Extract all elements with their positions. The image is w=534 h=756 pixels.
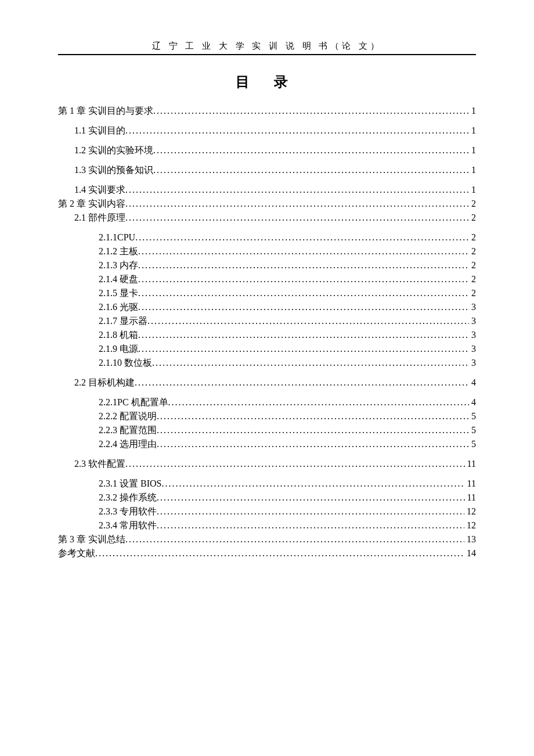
toc-entry-page: 3 (469, 300, 476, 314)
toc-entry-page: 5 (469, 437, 476, 451)
toc-entry-label: 2.1.2 主板 (99, 244, 138, 258)
toc-entry-page: 5 (469, 423, 476, 437)
toc-leader (125, 211, 469, 225)
toc-leader (153, 163, 469, 177)
toc-entry-page: 2 (469, 197, 476, 211)
toc-entry: 1.3 实训的预备知识1 (58, 163, 476, 177)
toc-entry-label: 2.1.10 数位板 (99, 356, 152, 370)
toc-entry: 1.4 实训要求1 (58, 183, 476, 197)
toc-leader (152, 356, 469, 370)
toc-entry-page: 4 (469, 395, 476, 409)
toc-entry-label: 2.2.4 选用理由 (99, 437, 157, 451)
page: 辽 宁 工 业 大 学 实 训 说 明 书（论 文） 目 录 第 1 章 实训目… (0, 0, 534, 560)
toc-entry-page: 2 (469, 211, 476, 225)
toc-leader (157, 505, 464, 519)
toc-entry-label: 2.1.1CPU (99, 231, 135, 244)
toc-entry-label: 1.4 实训要求 (74, 183, 125, 197)
toc-entry-page: 12 (464, 519, 476, 532)
toc-leader (157, 409, 469, 423)
toc-entry-page: 11 (465, 491, 476, 505)
toc-leader (135, 376, 469, 390)
toc-entry: 2.1.8 机箱3 (58, 328, 476, 342)
toc-entry: 2.1.5 显卡2 (58, 286, 476, 300)
toc-entry-page: 5 (469, 409, 476, 423)
toc-entry-label: 1.1 实训目的 (74, 124, 125, 138)
toc-entry-page: 12 (464, 505, 476, 519)
toc-entry: 2.3.4 常用软件12 (58, 519, 476, 532)
toc-entry-label: 2.1.5 显卡 (99, 286, 138, 300)
toc-entry: 2.2.4 选用理由5 (58, 437, 476, 451)
toc-entry-label: 2.1.4 硬盘 (99, 272, 138, 286)
toc-entry-page: 3 (469, 328, 476, 342)
toc-leader (125, 183, 469, 197)
toc-entry-label: 2.2.2 配置说明 (99, 409, 157, 423)
toc-entry-label: 2.1 部件原理 (74, 211, 125, 225)
toc-entry-page: 1 (469, 143, 476, 157)
toc-entry: 2.3.3 专用软件12 (58, 505, 476, 519)
toc-entry-page: 11 (465, 477, 476, 491)
toc-entry-page: 14 (464, 546, 476, 560)
toc-entry-page: 1 (469, 183, 476, 197)
toc-entry: 2.2.1PC 机配置单4 (58, 395, 476, 409)
running-header: 辽 宁 工 业 大 学 实 训 说 明 书（论 文） (58, 41, 476, 52)
toc-entry-label: 参考文献 (58, 546, 95, 560)
toc-entry-page: 13 (464, 532, 476, 546)
toc-entry-page: 2 (469, 258, 476, 272)
toc-leader (138, 244, 469, 258)
toc-entry-label: 2.1.8 机箱 (99, 328, 138, 342)
toc-leader (138, 286, 469, 300)
toc-entry: 2.1.2 主板2 (58, 244, 476, 258)
toc-entry-page: 1 (469, 163, 476, 177)
toc-entry-page: 2 (469, 231, 476, 244)
toc-leader (153, 104, 469, 118)
toc-leader (138, 300, 469, 314)
toc-leader (138, 328, 469, 342)
toc-entry-label: 第 2 章 实训内容 (58, 197, 125, 211)
toc-entry: 2.1.10 数位板3 (58, 356, 476, 370)
toc-entry: 2.1.6 光驱3 (58, 300, 476, 314)
toc-leader (125, 124, 469, 138)
toc-leader (138, 272, 469, 286)
toc-entry: 1.2 实训的实验环境1 (58, 143, 476, 157)
toc-entry-page: 11 (465, 457, 476, 471)
toc-entry-label: 2.3.4 常用软件 (99, 519, 157, 532)
toc-leader (125, 197, 469, 211)
toc-entry-label: 2.3 软件配置 (74, 457, 125, 471)
toc-entry-label: 第 1 章 实训目的与要求 (58, 104, 153, 118)
toc-entry-label: 2.3.1 设置 BIOS (99, 477, 161, 491)
toc-entry-page: 2 (469, 286, 476, 300)
toc-entry: 2.1.4 硬盘2 (58, 272, 476, 286)
toc-entry-page: 4 (469, 376, 476, 390)
toc-entry: 2.1.9 电源3 (58, 342, 476, 356)
toc-entry: 2.3.2 操作系统11 (58, 491, 476, 505)
toc-leader (157, 437, 469, 451)
toc-leader (125, 532, 464, 546)
toc-leader (147, 314, 469, 328)
toc-entry-label: 1.2 实训的实验环境 (74, 143, 153, 157)
toc-entry-page: 1 (469, 124, 476, 138)
toc-entry-label: 第 3 章 实训总结 (58, 532, 125, 546)
toc-entry-label: 2.3.2 操作系统 (99, 491, 157, 505)
toc-leader (157, 519, 464, 532)
toc-entry-page: 2 (469, 244, 476, 258)
toc-leader (153, 143, 469, 157)
toc-leader (157, 491, 465, 505)
toc-entry: 2.1.3 内存2 (58, 258, 476, 272)
toc-entry-page: 1 (469, 104, 476, 118)
toc-entry: 1.1 实训目的1 (58, 124, 476, 138)
toc-entry: 2.3.1 设置 BIOS11 (58, 477, 476, 491)
toc-leader (138, 258, 469, 272)
header-rule (58, 54, 476, 55)
toc-entry: 参考文献14 (58, 546, 476, 560)
toc-entry-label: 2.2 目标机构建 (74, 376, 135, 390)
toc-entry-label: 2.3.3 专用软件 (99, 505, 157, 519)
toc-entry-page: 3 (469, 356, 476, 370)
toc-entry: 2.1 部件原理2 (58, 211, 476, 225)
toc-entry-label: 2.2.1PC 机配置单 (99, 395, 168, 409)
toc-entry: 2.2 目标机构建4 (58, 376, 476, 390)
toc-leader (161, 477, 464, 491)
toc-entry-label: 1.3 实训的预备知识 (74, 163, 153, 177)
toc-entry: 2.1.1CPU2 (58, 231, 476, 244)
toc-entry: 2.3 软件配置11 (58, 457, 476, 471)
toc-list: 第 1 章 实训目的与要求11.1 实训目的11.2 实训的实验环境11.3 实… (58, 104, 476, 560)
